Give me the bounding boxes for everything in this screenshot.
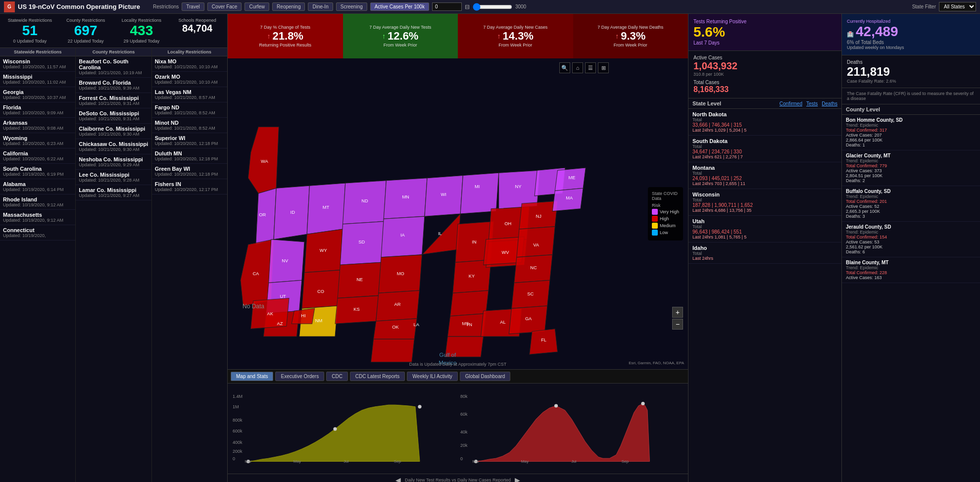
state-item-confirmed: 187,828 | 1,900,711 | 1,652 bbox=[692, 202, 837, 208]
locality-value: 433 bbox=[115, 23, 169, 39]
stat-sub-2: From Week Prior bbox=[384, 43, 417, 48]
county-right-list-item[interactable]: Glacier County, MT Trend: Epidemic Total… bbox=[842, 150, 980, 186]
list-icon-btn[interactable]: ☰ bbox=[585, 62, 596, 73]
statewide-list-item[interactable]: FloridaUpdated: 10/20/2020, 9:09 AM bbox=[0, 102, 75, 118]
nav-cover-face[interactable]: Cover Face bbox=[207, 2, 242, 11]
home-icon-btn[interactable]: ⌂ bbox=[572, 62, 583, 73]
county-list-item[interactable]: Neshoba Co. MississippiUpdated: 10/21/20… bbox=[76, 154, 151, 170]
county-list-item[interactable]: Forrest Co. MississippiUpdated: 10/21/20… bbox=[76, 93, 151, 108]
svg-text:May: May bbox=[521, 459, 529, 464]
state-filter-select[interactable]: All States bbox=[939, 2, 976, 11]
state-tab-tests[interactable]: Tests bbox=[806, 101, 818, 106]
county-right-list-item[interactable]: Blaine County, MT Trend: Epidemic Total … bbox=[842, 257, 980, 283]
zoom-in-button[interactable]: + bbox=[672, 307, 683, 318]
statewide-item-sub: Updated: 10/20/2020, 11:02 AM bbox=[3, 80, 72, 85]
svg-text:NV: NV bbox=[282, 258, 289, 263]
statewide-list-item[interactable]: CaliforniaUpdated: 10/20/2020, 6:22 AM bbox=[0, 148, 75, 164]
svg-text:Sep: Sep bbox=[622, 459, 629, 464]
statewide-item-sub: Updated: 10/20/2020, 6:22 AM bbox=[3, 156, 72, 161]
county-list-item[interactable]: Lee Co. MississippiUpdated: 10/21/2020, … bbox=[76, 170, 151, 185]
state-list-item[interactable]: Utah Total 96,643 | 986,424 | 551 Last 2… bbox=[688, 216, 841, 242]
county-right-list-item[interactable]: Jerauld County, SD Trend: Epidemic Total… bbox=[842, 222, 980, 257]
nav-curfew[interactable]: Curfew bbox=[245, 2, 269, 11]
svg-text:CA: CA bbox=[252, 271, 259, 276]
statewide-list-item[interactable]: AlabamaUpdated: 10/19/2020, 6:14 PM bbox=[0, 179, 75, 194]
state-tab-confirmed[interactable]: Confirmed bbox=[780, 101, 802, 106]
statewide-item-sub: Updated: 10/20/2020, 11:57 AM bbox=[3, 64, 72, 69]
statewide-list-item[interactable]: WisconsinUpdated: 10/20/2020, 11:57 AM bbox=[0, 56, 75, 72]
tab-weekly-ili[interactable]: Weekly ILI Activity bbox=[407, 372, 457, 381]
svg-text:LA: LA bbox=[414, 322, 420, 327]
nav-dine-in[interactable]: Dine-In bbox=[308, 2, 333, 11]
locality-list-item[interactable]: Superior WIUpdated: 10/20/2020, 12:18 PM bbox=[152, 133, 227, 148]
locality-list-item[interactable]: Duluth MNUpdated: 10/20/2020, 12:18 PM bbox=[152, 148, 227, 164]
active-cases-input[interactable] bbox=[432, 2, 462, 11]
county-right-item-deaths: Deaths: 3 bbox=[846, 214, 976, 219]
svg-text:MI: MI bbox=[475, 184, 480, 189]
svg-text:Gulf of: Gulf of bbox=[440, 352, 456, 358]
county-list-item[interactable]: DeSoto Co. MississippiUpdated: 10/21/202… bbox=[76, 108, 151, 124]
county-right-item-active: Active Cases: 53 bbox=[846, 240, 976, 244]
state-list-item[interactable]: Wisconsin Total 187,828 | 1,900,711 | 1,… bbox=[688, 189, 841, 216]
state-list-item[interactable]: Idaho Total Last 24hrs bbox=[688, 242, 841, 264]
state-item-type: Total bbox=[692, 117, 837, 122]
statewide-item-name: Alabama bbox=[3, 181, 72, 187]
svg-marker-21 bbox=[371, 339, 414, 362]
locality-item-name: Green Bay WI bbox=[155, 166, 224, 172]
nav-screening[interactable]: Screening bbox=[336, 2, 367, 11]
locality-list-item[interactable]: Minot NDUpdated: 10/21/2020, 8:52 AM bbox=[152, 118, 227, 133]
locality-list-item[interactable]: Las Vegas NMUpdated: 10/21/2020, 8:57 AM bbox=[152, 87, 227, 102]
county-right-list-item[interactable]: Buffalo County, SD Trend: Epidemic Total… bbox=[842, 186, 980, 222]
state-list-item[interactable]: North Dakota Total 33,666 | 746,364 | 31… bbox=[688, 109, 841, 136]
nav-active-cases[interactable]: Active Cases Per 100k bbox=[370, 2, 429, 11]
very-high-label: Very High bbox=[660, 209, 679, 214]
left-panel: Statewide Restrictions 51 0 Updated Toda… bbox=[0, 14, 228, 482]
county-right-item-confirmed: Total Confirmed: 228 bbox=[846, 270, 976, 275]
svg-text:AZ: AZ bbox=[277, 321, 283, 326]
statewide-restrictions-box: Statewide Restrictions 51 0 Updated Toda… bbox=[3, 18, 57, 44]
county-item-name: DeSoto Co. Mississippi bbox=[79, 110, 148, 116]
chart-next-button[interactable]: ▶ bbox=[515, 476, 520, 482]
tab-executive-orders[interactable]: Executive Orders bbox=[275, 372, 324, 381]
tab-cdc-latest[interactable]: CDC Latest Reports bbox=[350, 372, 405, 381]
locality-list-item[interactable]: Green Bay WIUpdated: 10/20/2020, 12:18 P… bbox=[152, 164, 227, 179]
statewide-list-item[interactable]: ArkansasUpdated: 10/20/2020, 9:08 AM bbox=[0, 118, 75, 133]
state-item-last24hrs: Last 24hrs 1,081 | 5,765 | 5 bbox=[692, 235, 837, 240]
total-cases-value: 8,168,333 bbox=[693, 85, 836, 94]
stat-sub-1: Returning Positive Results bbox=[259, 43, 311, 48]
state-tab-deaths[interactable]: Deaths bbox=[822, 101, 837, 106]
search-icon-btn[interactable]: 🔍 bbox=[559, 62, 570, 73]
locality-list-item[interactable]: Nixa MOUpdated: 10/21/2020, 10:10 AM bbox=[152, 56, 227, 72]
zoom-out-button[interactable]: − bbox=[672, 319, 683, 330]
statewide-list-item[interactable]: South CarolinaUpdated: 10/19/2020, 6:19 … bbox=[0, 164, 75, 179]
statewide-list-item[interactable]: MassachusettsUpdated: 10/19/2020, 9:12 A… bbox=[0, 210, 75, 225]
state-list-item[interactable]: Montana Total 24,093 | 445,021 | 252 Las… bbox=[688, 162, 841, 189]
county-list-item[interactable]: Broward Co. FloridaUpdated: 10/21/2020, … bbox=[76, 78, 151, 93]
statewide-list-item[interactable]: Rhode IslandUpdated: 10/19/2020, 9:12 AM bbox=[0, 194, 75, 210]
statewide-list-item[interactable]: ConnecticutUpdated: 10/19/2020, bbox=[0, 225, 75, 241]
tab-global[interactable]: Global Dashboard bbox=[460, 372, 511, 381]
svg-text:WY: WY bbox=[320, 248, 327, 253]
locality-list-item[interactable]: Ozark MOUpdated: 10/21/2020, 10:10 AM bbox=[152, 72, 227, 87]
locality-restrictions-box: Locality Restrictions 433 29 Updated Tod… bbox=[115, 18, 169, 44]
county-list-item[interactable]: Beaufort Co. South CarolinaUpdated: 10/2… bbox=[76, 56, 151, 78]
nav-reopening[interactable]: Reopening bbox=[272, 2, 305, 11]
cases-slider[interactable] bbox=[473, 3, 512, 11]
statewide-list-item[interactable]: WyomingUpdated: 10/20/2020, 6:23 AM bbox=[0, 133, 75, 148]
state-list-item[interactable]: South Dakota Total 34,647 | 234,726 | 33… bbox=[688, 136, 841, 162]
county-list-item[interactable]: Claiborne Co. MississippiUpdated: 10/21/… bbox=[76, 124, 151, 139]
county-list-item[interactable]: Lamar Co. MississippiUpdated: 10/21/2020… bbox=[76, 185, 151, 200]
county-right-list-item[interactable]: Bon Homme County, SD Trend: Epidemic Tot… bbox=[842, 115, 980, 150]
locality-list-item[interactable]: Fargo NDUpdated: 10/21/2020, 8:52 AM bbox=[152, 102, 227, 118]
nav-travel[interactable]: Travel bbox=[182, 2, 204, 11]
county-restrictions-box: County Restrictions 697 22 Updated Today bbox=[59, 18, 113, 44]
active-cases-label: Active Cases bbox=[693, 55, 836, 60]
statewide-list-item[interactable]: GeorgiaUpdated: 10/20/2020, 10:37 AM bbox=[0, 87, 75, 102]
tab-cdc[interactable]: CDC bbox=[326, 372, 348, 381]
statewide-list-item[interactable]: MississippiUpdated: 10/20/2020, 11:02 AM bbox=[0, 72, 75, 87]
chart-prev-button[interactable]: ◀ bbox=[395, 476, 401, 482]
tab-map-stats[interactable]: Map and Stats bbox=[231, 372, 273, 381]
county-list-item[interactable]: Chickasaw Co. MississippiUpdated: 10/21/… bbox=[76, 139, 151, 154]
grid-icon-btn[interactable]: ⊞ bbox=[598, 62, 609, 73]
locality-list-item[interactable]: Fishers INUpdated: 10/20/2020, 12:17 PM bbox=[152, 179, 227, 194]
